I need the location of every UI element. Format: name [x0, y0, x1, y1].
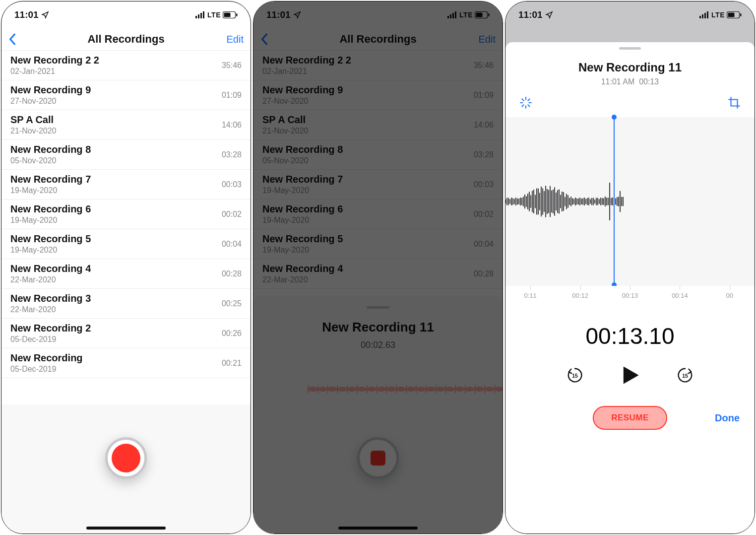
svg-text:15: 15: [682, 373, 688, 379]
recording-duration: 00:21: [222, 359, 242, 368]
screen-editor: 11:01 LTE New Recording 11 11:01 AM 00:1…: [505, 1, 755, 534]
recording-date: 22-Mar-2020: [10, 305, 91, 314]
battery-icon: [727, 11, 742, 18]
table-row[interactable]: New Recording05-Dec-201900:21: [1, 348, 251, 378]
table-row[interactable]: New Recording 805-Nov-202003:28: [253, 140, 503, 170]
svg-marker-290: [624, 366, 639, 384]
recording-duration: 01:09: [474, 91, 494, 100]
editor-subtitle: 11:01 AM 00:13: [505, 77, 755, 86]
recording-title: New Recording 6: [262, 203, 343, 215]
recording-duration: 35:46: [474, 61, 494, 70]
table-row[interactable]: New Recording 805-Nov-202003:28: [1, 140, 251, 170]
table-row[interactable]: New Recording 719-May-202000:03: [1, 170, 251, 200]
svg-rect-9: [452, 13, 454, 18]
crop-icon[interactable]: [728, 96, 741, 109]
recording-title: New Recording 5: [10, 233, 91, 245]
recording-sheet: New Recording 11 00:02.63: [253, 296, 503, 534]
waveform-area[interactable]: 0:1100:1200:1300:1400: [505, 117, 755, 301]
record-start-icon: [112, 444, 140, 472]
table-row[interactable]: New Recording 322-Mar-202000:25: [1, 289, 251, 319]
recording-date: 02-Jan-2021: [262, 67, 351, 76]
table-row[interactable]: New Recording 619-May-202000:02: [1, 200, 251, 229]
recording-duration: 00:28: [474, 269, 494, 278]
table-row[interactable]: SP A Call21-Nov-202014:06: [253, 110, 503, 140]
recording-date: 05-Nov-2020: [10, 156, 91, 165]
waveform: [505, 117, 755, 301]
svg-rect-195: [702, 14, 703, 18]
recording-title: New Recording 3: [10, 293, 91, 304]
enhance-icon[interactable]: [519, 96, 532, 109]
signal-icon: [195, 11, 205, 18]
recordings-list: New Recording 2 202-Jan-202135:46New Rec…: [1, 50, 251, 378]
table-row[interactable]: New Recording 2 202-Jan-202135:46: [1, 51, 251, 80]
ruler-tick: 00: [705, 286, 755, 301]
svg-rect-13: [488, 13, 490, 16]
recording-title: New Recording 6: [10, 203, 91, 215]
table-row[interactable]: New Recording 519-May-202000:04: [253, 229, 503, 259]
svg-rect-196: [704, 13, 706, 18]
location-icon: [41, 11, 49, 19]
ruler-tick: 00:12: [555, 286, 605, 301]
battery-icon: [223, 11, 238, 18]
svg-text:15: 15: [572, 373, 578, 379]
recording-duration: 00:04: [474, 240, 494, 249]
recording-duration: 14:06: [474, 121, 494, 130]
editor-title: New Recording 11: [505, 61, 755, 74]
record-button[interactable]: [105, 437, 147, 479]
recordings-list: New Recording 2 202-Jan-202135:46New Rec…: [253, 50, 503, 289]
svg-rect-7: [447, 16, 449, 18]
recording-date: 05-Nov-2020: [262, 156, 343, 165]
play-icon[interactable]: [619, 364, 641, 386]
recording-duration: 35:46: [222, 61, 242, 70]
location-icon: [293, 11, 301, 19]
recording-duration: 00:03: [222, 180, 242, 189]
recording-title: New Recording 2 2: [262, 55, 351, 66]
recording-duration: 00:04: [222, 240, 242, 249]
table-row[interactable]: New Recording 619-May-202000:02: [253, 200, 503, 229]
home-indicator[interactable]: [338, 527, 418, 530]
back-icon[interactable]: [260, 33, 268, 45]
playhead[interactable]: [614, 117, 615, 285]
table-row[interactable]: New Recording 422-Mar-202000:28: [1, 259, 251, 289]
edit-button[interactable]: Edit: [479, 34, 496, 45]
recording-duration: 14:06: [222, 121, 242, 130]
grab-handle[interactable]: [367, 306, 389, 309]
edit-button[interactable]: Edit: [227, 34, 244, 45]
table-row[interactable]: New Recording 422-Mar-202000:28: [253, 259, 503, 289]
recording-title: New Recording: [10, 352, 83, 364]
status-net: LTE: [459, 11, 473, 19]
done-button[interactable]: Done: [710, 412, 740, 424]
svg-rect-3: [203, 11, 204, 18]
svg-rect-12: [476, 13, 483, 17]
grab-handle[interactable]: [619, 47, 641, 50]
recording-duration: 01:09: [222, 91, 242, 100]
rewind-15-icon[interactable]: 15: [566, 366, 584, 385]
stop-button[interactable]: [357, 437, 399, 479]
sheet-elapsed: 00:02.63: [253, 340, 503, 350]
location-icon: [545, 11, 553, 19]
table-row[interactable]: New Recording 519-May-202000:04: [1, 229, 251, 259]
svg-rect-1: [198, 14, 199, 18]
table-row[interactable]: New Recording 719-May-202000:03: [253, 170, 503, 200]
svg-rect-2: [200, 13, 202, 18]
recording-title: New Recording 4: [10, 263, 91, 274]
table-row[interactable]: New Recording 927-Nov-202001:09: [253, 80, 503, 110]
table-row[interactable]: SP A Call21-Nov-202014:06: [1, 110, 251, 140]
recording-title: New Recording 7: [262, 174, 343, 185]
back-icon[interactable]: [8, 33, 16, 45]
home-indicator[interactable]: [86, 527, 166, 530]
forward-15-icon[interactable]: 15: [676, 366, 694, 385]
ruler-tick: 0:11: [505, 286, 555, 301]
nav-title: All Recordings: [253, 33, 503, 46]
recording-duration: 00:26: [222, 329, 242, 338]
table-row[interactable]: New Recording 927-Nov-202001:09: [1, 80, 251, 110]
recording-title: New Recording 9: [10, 84, 91, 96]
resume-button[interactable]: RESUME: [593, 406, 667, 430]
table-row[interactable]: New Recording 2 202-Jan-202135:46: [253, 51, 503, 80]
svg-line-208: [528, 99, 529, 100]
table-row[interactable]: New Recording 205-Dec-201900:26: [1, 319, 251, 348]
recording-date: 27-Nov-2020: [262, 97, 343, 106]
recording-date: 21-Nov-2020: [10, 127, 57, 135]
ruler-tick: 00:14: [655, 286, 704, 301]
time-ruler: 0:1100:1200:1300:1400: [505, 286, 755, 301]
